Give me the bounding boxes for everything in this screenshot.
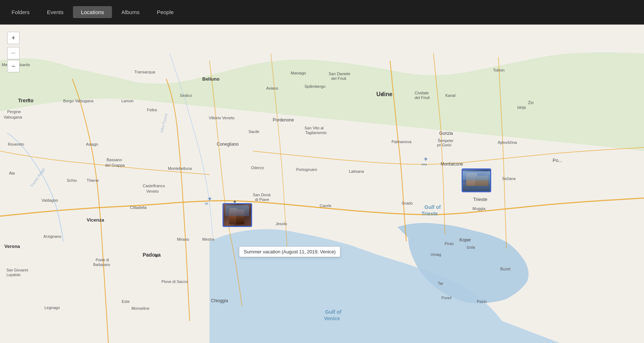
svg-text:Tolmin: Tolmin <box>493 68 505 72</box>
grid-icon: ⋯ <box>11 51 16 56</box>
svg-text:Žiri: Žiri <box>528 100 533 105</box>
svg-text:Thiene: Thiene <box>87 178 99 183</box>
svg-text:Rovereto: Rovereto <box>8 142 24 146</box>
tab-folders[interactable]: Folders <box>4 6 38 18</box>
svg-text:Caorle: Caorle <box>320 203 331 208</box>
svg-text:Este: Este <box>122 299 130 304</box>
svg-text:Palmanova: Palmanova <box>392 140 412 144</box>
svg-text:Oderzo: Oderzo <box>251 166 264 170</box>
svg-text:Koper: Koper <box>459 237 471 243</box>
svg-text:Piove di Sacco: Piove di Sacco <box>161 279 188 284</box>
svg-text:Vittorio Veneto: Vittorio Veneto <box>209 116 234 120</box>
svg-text:Asiago: Asiago <box>86 142 98 146</box>
svg-text:Portogruaro: Portogruaro <box>296 167 317 172</box>
svg-text:Sedico: Sedico <box>180 93 192 98</box>
zoom-out-button[interactable]: − <box>7 60 20 72</box>
svg-text:Mestre: Mestre <box>202 237 215 241</box>
svg-text:VE: VE <box>204 202 208 205</box>
photo-marker-trieste[interactable] <box>462 168 491 192</box>
svg-text:Feltre: Feltre <box>147 108 157 112</box>
svg-text:Lamon: Lamon <box>121 99 134 103</box>
svg-text:Barbarano: Barbarano <box>93 263 110 267</box>
svg-text:Sežana: Sežana <box>502 176 516 181</box>
photo-marker-venice[interactable] <box>222 203 252 227</box>
svg-text:Borgo Valsugana: Borgo Valsugana <box>63 99 94 103</box>
svg-text:Treporti: Treporti <box>262 252 276 257</box>
svg-text:Valsugana: Valsugana <box>4 115 22 119</box>
zoom-in-button[interactable]: + <box>7 32 20 44</box>
svg-text:Monfalcone: Monfalcone <box>441 162 463 167</box>
svg-text:Veneto: Veneto <box>146 189 159 193</box>
zoom-controls: + ⋯ − <box>7 32 20 72</box>
tab-locations[interactable]: Locations <box>73 6 112 18</box>
svg-text:Po...: Po... <box>553 158 562 163</box>
svg-text:Latisana: Latisana <box>349 169 364 173</box>
svg-text:Gorizia: Gorizia <box>439 131 453 136</box>
svg-text:San Daniele: San Daniele <box>329 72 350 76</box>
svg-text:Tagliamento: Tagliamento <box>305 130 327 135</box>
svg-text:Buzet: Buzet <box>500 267 510 271</box>
svg-text:Udine: Udine <box>376 91 393 97</box>
svg-text:San Giovanni: San Giovanni <box>7 268 28 272</box>
svg-text:Sacile: Sacile <box>248 129 259 134</box>
svg-text:Pordenone: Pordenone <box>273 117 294 123</box>
svg-text:pri Gorici: pri Gorici <box>437 143 451 147</box>
svg-text:Ponte di: Ponte di <box>96 258 109 262</box>
svg-text:Piran: Piran <box>445 241 454 246</box>
svg-text:Transacqua: Transacqua <box>134 70 156 74</box>
svg-text:TRS: TRS <box>421 163 427 166</box>
svg-text:✈: ✈ <box>208 196 212 202</box>
tab-albums[interactable]: Albums <box>113 6 147 18</box>
svg-text:Monselice: Monselice <box>131 306 150 310</box>
svg-text:Padova: Padova <box>143 252 161 258</box>
svg-text:Ajdovščina: Ajdovščina <box>498 140 517 145</box>
svg-text:Trieste: Trieste <box>473 197 487 202</box>
svg-text:Venice: Venice <box>324 316 340 321</box>
svg-text:Kanal: Kanal <box>445 93 455 98</box>
svg-text:✈: ✈ <box>424 156 428 162</box>
svg-text:Gulf of: Gulf of <box>325 309 341 315</box>
svg-text:Belluno: Belluno <box>202 76 220 82</box>
svg-text:Izola: Izola <box>467 245 475 249</box>
svg-point-95 <box>155 254 158 257</box>
svg-point-97 <box>381 93 383 95</box>
navbar: Folders Events Locations Albums People <box>0 0 644 25</box>
svg-text:Legnago: Legnago <box>44 305 60 310</box>
svg-text:del Friuli: del Friuli <box>415 95 430 100</box>
map-background: Fiume Adige reka Pyave Trento Pergine Va… <box>0 25 644 343</box>
collapse-button[interactable]: ⋯ <box>7 47 20 59</box>
svg-text:Spilimbergo: Spilimbergo <box>304 84 325 89</box>
svg-text:Idrija: Idrija <box>517 105 526 110</box>
svg-text:Trieste: Trieste <box>422 211 438 216</box>
svg-text:Aviano: Aviano <box>266 86 278 90</box>
svg-text:Pergine: Pergine <box>7 110 21 114</box>
svg-text:Trento: Trento <box>18 98 34 103</box>
svg-text:Muggia: Muggia <box>472 206 486 211</box>
svg-text:Jesolo: Jesolo <box>276 222 287 226</box>
svg-text:Poreč: Poreč <box>441 296 452 300</box>
svg-text:Mirano: Mirano <box>177 237 189 241</box>
svg-text:Šempeter: Šempeter <box>438 138 454 143</box>
svg-text:Tar: Tar <box>438 281 444 286</box>
svg-text:del Friuli: del Friuli <box>331 76 346 81</box>
svg-text:Umag: Umag <box>431 252 441 257</box>
svg-text:Gulf of: Gulf of <box>424 204 441 210</box>
svg-text:Lupatoto: Lupatoto <box>7 273 21 277</box>
map-container[interactable]: Fiume Adige reka Pyave Trento Pergine Va… <box>0 25 644 343</box>
svg-text:Verona: Verona <box>4 244 20 249</box>
svg-text:di Piave: di Piave <box>255 197 269 202</box>
tab-people[interactable]: People <box>149 6 182 18</box>
svg-text:Pazin: Pazin <box>477 299 487 304</box>
svg-text:Vicenza: Vicenza <box>87 217 104 223</box>
svg-text:Valdagno: Valdagno <box>42 198 58 202</box>
svg-text:Maniago: Maniago <box>291 71 306 75</box>
svg-text:Schio: Schio <box>67 178 77 183</box>
tab-events[interactable]: Events <box>39 6 72 18</box>
svg-text:Bassano: Bassano <box>107 158 122 162</box>
svg-text:Conegliano: Conegliano <box>217 142 239 147</box>
svg-point-94 <box>28 99 30 101</box>
svg-point-96 <box>234 201 236 203</box>
svg-text:Chioggia: Chioggia <box>211 298 228 303</box>
svg-text:Castelfranco: Castelfranco <box>143 184 165 188</box>
svg-text:Ala: Ala <box>9 171 15 175</box>
